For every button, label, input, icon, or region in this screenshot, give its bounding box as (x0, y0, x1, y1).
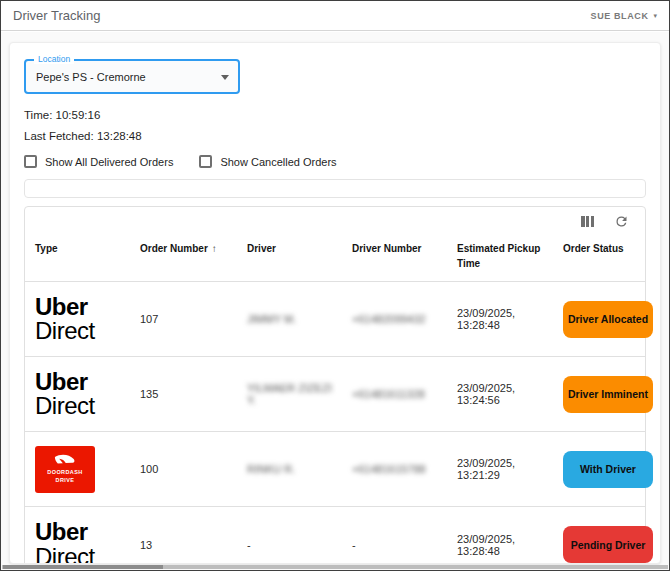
last-fetched-row: Last Fetched: 13:28:48 (24, 130, 646, 142)
table-header-row: Type Order Number ↑ Driver Driver Number… (25, 235, 645, 282)
checkbox-unchecked-icon[interactable] (199, 155, 212, 168)
checkbox-row: Show All Delivered Orders Show Cancelled… (24, 155, 646, 168)
time-row: Time: 10:59:16 (24, 109, 646, 121)
show-delivered-checkbox[interactable]: Show All Delivered Orders (24, 155, 173, 168)
driver-cell: YILMAER ZIZEZI Y. (247, 382, 352, 406)
col-header-order-number[interactable]: Order Number ↑ (140, 241, 247, 271)
sort-ascending-icon: ↑ (212, 241, 217, 256)
page-background: Location Pepe's PS - Cremorne Time: 10:5… (1, 32, 669, 570)
driver-cell: - (247, 539, 352, 551)
show-cancelled-checkbox[interactable]: Show Cancelled Orders (199, 155, 336, 168)
orders-table: Type Order Number ↑ Driver Driver Number… (24, 206, 646, 564)
uber-logo-line1: Uber (35, 370, 130, 394)
app-bar: Driver Tracking SUE BLACK ▾ (1, 1, 669, 31)
time-label: Time: (24, 109, 52, 121)
main-card: Location Pepe's PS - Cremorne Time: 10:5… (9, 42, 661, 564)
checkbox-unchecked-icon[interactable] (24, 155, 37, 168)
uber-logo-line2: Direct (35, 545, 130, 565)
refresh-icon[interactable] (614, 214, 629, 229)
user-menu[interactable]: SUE BLACK ▾ (591, 11, 657, 21)
table-row[interactable]: Uber Direct 13 - - 23/09/2025, 13:28:48 … (25, 507, 645, 564)
order-number-cell: 107 (140, 313, 247, 325)
doordash-wing-icon (53, 454, 77, 467)
col-header-pickup-time[interactable]: Estimated Pickup Time (457, 241, 563, 271)
table-toolbar (25, 207, 645, 235)
user-name: SUE BLACK (591, 11, 649, 21)
order-status-badge[interactable]: Driver Imminent (563, 376, 653, 413)
uber-logo-line2: Direct (35, 319, 130, 343)
page-title: Driver Tracking (13, 8, 100, 23)
order-number-cell: 13 (140, 539, 247, 551)
doordash-drive-logo: DOORDASH DRIVE (35, 446, 140, 493)
col-header-type[interactable]: Type (35, 241, 140, 271)
chevron-down-icon (221, 75, 229, 80)
pickup-time-cell: 23/09/2025, 13:24:56 (457, 382, 563, 406)
driver-cell: RINKU R. (247, 463, 352, 475)
table-row[interactable]: Uber Direct 135 YILMAER ZIZEZI Y. +61481… (25, 357, 645, 432)
col-header-driver[interactable]: Driver (247, 241, 352, 271)
scrollbar-thumb[interactable] (3, 565, 163, 569)
uber-logo-line1: Uber (35, 520, 130, 544)
uber-direct-logo: Uber Direct (35, 520, 140, 564)
chevron-down-icon: ▾ (653, 12, 657, 20)
order-status-badge[interactable]: Pending Driver (563, 526, 653, 563)
empty-status-bar (24, 179, 646, 198)
driver-cell: JIMMY M. (247, 313, 352, 325)
col-header-order-number-label: Order Number (140, 241, 208, 256)
pickup-time-cell: 23/09/2025, 13:28:48 (457, 533, 563, 557)
order-status-badge[interactable]: With Driver (563, 451, 653, 488)
table-row[interactable]: Uber Direct 107 JIMMY M. +61482099432 23… (25, 282, 645, 357)
last-fetched-value: 13:28:48 (97, 130, 142, 142)
last-fetched-label: Last Fetched: (24, 130, 94, 142)
driver-number-cell: +61482099432 (352, 313, 457, 325)
driver-number-cell: +61481611328 (352, 388, 457, 400)
col-header-order-status[interactable]: Order Status (563, 241, 645, 271)
columns-icon[interactable] (581, 216, 594, 227)
location-select-label: Location (34, 54, 74, 64)
pickup-time-cell: 23/09/2025, 13:21:29 (457, 457, 563, 481)
pickup-time-cell: 23/09/2025, 13:28:48 (457, 307, 563, 331)
order-status-badge[interactable]: Driver Allocated (563, 301, 653, 338)
uber-logo-line2: Direct (35, 394, 130, 418)
show-cancelled-label: Show Cancelled Orders (220, 156, 336, 168)
location-select[interactable]: Location Pepe's PS - Cremorne (24, 59, 240, 94)
driver-number-cell: +61481615788 (352, 463, 457, 475)
order-number-cell: 100 (140, 463, 247, 475)
uber-logo-line1: Uber (35, 295, 130, 319)
uber-direct-logo: Uber Direct (35, 370, 140, 419)
show-delivered-label: Show All Delivered Orders (45, 156, 173, 168)
driver-number-cell: - (352, 539, 457, 551)
uber-direct-logo: Uber Direct (35, 295, 140, 344)
order-number-cell: 135 (140, 388, 247, 400)
col-header-driver-number[interactable]: Driver Number (352, 241, 457, 271)
doordash-logo-line1: DOORDASH (47, 469, 82, 477)
horizontal-scrollbar[interactable] (2, 565, 668, 569)
location-select-value: Pepe's PS - Cremorne (26, 71, 146, 83)
table-row[interactable]: DOORDASH DRIVE 100 RINKU R. +61481615788… (25, 432, 645, 507)
time-value: 10:59:16 (56, 109, 101, 121)
doordash-logo-line2: DRIVE (56, 477, 75, 485)
